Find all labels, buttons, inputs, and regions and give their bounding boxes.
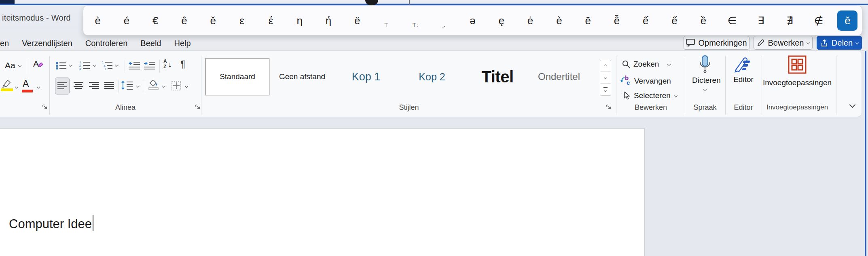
document-page[interactable]: Computer Idee bbox=[0, 128, 645, 256]
char-option[interactable]: ∈ bbox=[718, 6, 747, 35]
align-center-icon[interactable] bbox=[74, 82, 83, 90]
increase-indent-icon[interactable] bbox=[144, 61, 155, 69]
shading-chevron[interactable] bbox=[162, 84, 165, 88]
sort-button[interactable]: AZ ↓ bbox=[163, 59, 172, 69]
char-option[interactable]: ė bbox=[516, 6, 544, 35]
styles-scroll-up-button[interactable] bbox=[600, 60, 611, 72]
document-text: Computer Idee bbox=[9, 215, 93, 231]
styles-scroll-down-button[interactable] bbox=[600, 72, 611, 84]
char-option[interactable]: ∄ bbox=[775, 6, 804, 35]
styles-dialog-launcher[interactable] bbox=[606, 104, 612, 110]
pilcrow-button[interactable]: ¶ bbox=[180, 59, 185, 70]
window-title: iteitsmodus - Word bbox=[2, 13, 71, 23]
char-option[interactable]: ễ bbox=[602, 6, 631, 35]
char-option[interactable]: ⊤ bbox=[372, 6, 400, 35]
char-option[interactable]: ế bbox=[631, 6, 660, 35]
select-label: Selecteren bbox=[634, 91, 671, 100]
char-glyph: ề bbox=[701, 15, 706, 26]
shading-icon[interactable] bbox=[148, 80, 159, 90]
char-option[interactable]: ê bbox=[170, 6, 199, 35]
char-option[interactable]: έ bbox=[256, 6, 285, 35]
borders-chevron[interactable] bbox=[185, 84, 188, 88]
align-left-button[interactable] bbox=[55, 78, 70, 94]
char-option[interactable]: ˎ. bbox=[430, 6, 458, 35]
line-spacing-icon[interactable] bbox=[121, 81, 133, 90]
char-glyph: ⊤: bbox=[412, 22, 418, 27]
char-glyph: έ bbox=[269, 15, 273, 26]
comments-button[interactable]: Opmerkingen bbox=[684, 36, 749, 50]
multilevel-list-icon[interactable]: 1 a i bbox=[102, 61, 112, 70]
collapse-ribbon-chevron[interactable] bbox=[849, 102, 856, 108]
align-justify-icon[interactable] bbox=[104, 82, 114, 90]
char-option[interactable]: ề bbox=[689, 6, 718, 35]
dictate-button[interactable]: Dicteren bbox=[692, 55, 718, 92]
numbered-list-chevron[interactable] bbox=[93, 63, 96, 67]
style-geen-afstand[interactable]: Geen afstand bbox=[279, 72, 325, 81]
tab-help[interactable]: Help bbox=[174, 39, 191, 48]
editing-mode-button[interactable]: Bewerken bbox=[754, 36, 813, 50]
char-option[interactable]: ə bbox=[458, 6, 487, 35]
highlight-color-button[interactable] bbox=[1, 78, 14, 93]
char-glyph: ė bbox=[527, 15, 533, 26]
char-option[interactable]: ѐ bbox=[545, 6, 574, 35]
style-kop2[interactable]: Kop 2 bbox=[419, 71, 445, 83]
tab-en[interactable]: en bbox=[0, 39, 9, 48]
char-option[interactable]: ę bbox=[487, 6, 516, 35]
divider bbox=[145, 80, 145, 93]
char-option[interactable]: ∉ bbox=[804, 6, 833, 35]
divider bbox=[29, 59, 29, 74]
char-option[interactable]: é bbox=[112, 6, 141, 35]
numbered-list-icon[interactable]: 1 2 3 bbox=[79, 61, 90, 70]
tab-beeld[interactable]: Beeld bbox=[140, 39, 161, 48]
char-option[interactable]: ĕ bbox=[833, 6, 862, 35]
pencil-icon bbox=[757, 39, 765, 47]
find-button[interactable]: Zoeken bbox=[622, 60, 670, 69]
style-preview: Kop 2 bbox=[419, 71, 445, 82]
style-standaard[interactable]: Standaard bbox=[205, 58, 269, 95]
highlight-dropdown-chevron[interactable] bbox=[15, 85, 18, 88]
styles-more-button[interactable] bbox=[600, 84, 611, 95]
char-option[interactable]: ể bbox=[660, 6, 689, 35]
char-option[interactable]: ě bbox=[199, 6, 227, 35]
change-case-button[interactable]: Aa bbox=[5, 61, 21, 70]
paragraph-dialog-launcher[interactable] bbox=[195, 104, 201, 110]
char-option[interactable]: ë bbox=[343, 6, 372, 35]
char-option[interactable]: ē bbox=[574, 6, 602, 35]
bullet-list-chevron[interactable] bbox=[69, 63, 72, 67]
addins-button[interactable]: Invoegtoepassingen bbox=[760, 54, 834, 87]
share-button[interactable]: Delen bbox=[817, 36, 862, 50]
style-titel[interactable]: Titel bbox=[481, 68, 513, 86]
select-button[interactable]: Selecteren bbox=[624, 91, 677, 100]
font-color-button[interactable]: A bbox=[23, 78, 29, 89]
char-option[interactable]: è bbox=[83, 6, 112, 35]
font-dialog-launcher[interactable] bbox=[42, 104, 48, 110]
style-ondertitel[interactable]: Ondertitel bbox=[538, 71, 580, 82]
decrease-indent-icon[interactable] bbox=[129, 61, 140, 69]
svg-text:3: 3 bbox=[79, 67, 81, 70]
group-divider bbox=[49, 56, 50, 115]
line-spacing-chevron[interactable] bbox=[136, 84, 140, 88]
editor-button[interactable]: Editor bbox=[731, 56, 756, 84]
char-option[interactable]: η bbox=[285, 6, 314, 35]
char-glyph: ∄ bbox=[787, 15, 793, 26]
borders-icon[interactable] bbox=[171, 81, 181, 90]
char-option[interactable]: ⊤: bbox=[400, 6, 429, 35]
char-option[interactable]: € bbox=[141, 6, 170, 35]
align-right-icon[interactable] bbox=[89, 82, 99, 90]
tab-controleren[interactable]: Controleren bbox=[85, 39, 128, 48]
char-option[interactable]: ε bbox=[227, 6, 256, 35]
char-glyph: ể bbox=[671, 15, 677, 26]
tab-verzendlijsten[interactable]: Verzendlijsten bbox=[22, 39, 72, 48]
replace-label: Vervangen bbox=[634, 77, 671, 86]
editing-group-label: Bewerken bbox=[635, 103, 667, 112]
chevron-down-icon bbox=[807, 41, 810, 44]
char-glyph: ə bbox=[470, 15, 475, 26]
char-option[interactable]: ή bbox=[314, 6, 343, 35]
style-kop1[interactable]: Kop 1 bbox=[352, 71, 381, 83]
replace-button[interactable]: b c Vervangen bbox=[620, 76, 671, 86]
clear-formatting-button[interactable]: A bbox=[33, 59, 39, 69]
char-option[interactable]: ∃ bbox=[747, 6, 775, 35]
font-color-dropdown-chevron[interactable] bbox=[37, 85, 40, 88]
multilevel-list-chevron[interactable] bbox=[115, 63, 119, 67]
bullet-list-icon[interactable] bbox=[56, 61, 66, 69]
